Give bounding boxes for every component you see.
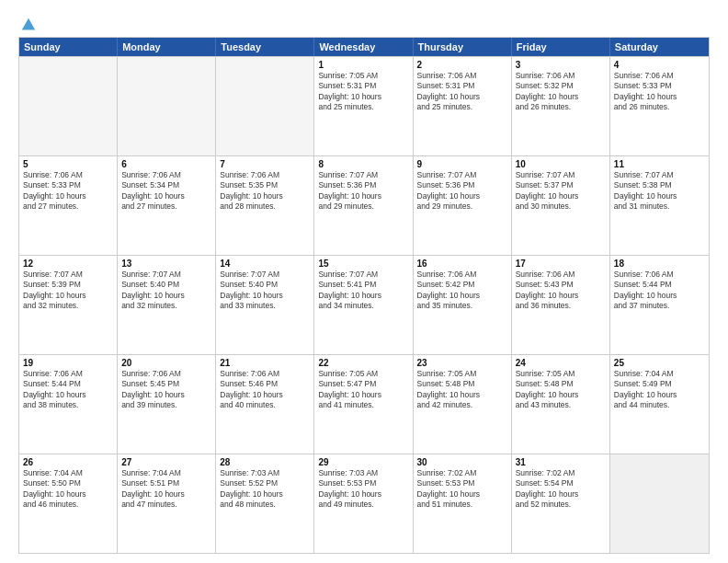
- day-cell-26: 26Sunrise: 7:04 AM Sunset: 5:50 PM Dayli…: [19, 454, 118, 553]
- day-cell-10: 10Sunrise: 7:07 AM Sunset: 5:37 PM Dayli…: [512, 156, 610, 255]
- day-number-28: 28: [220, 457, 310, 467]
- day-details-18: Sunrise: 7:06 AM Sunset: 5:44 PM Dayligh…: [614, 270, 705, 312]
- day-cell-15: 15Sunrise: 7:07 AM Sunset: 5:41 PM Dayli…: [314, 256, 413, 354]
- header: [18, 17, 710, 29]
- calendar-header: SundayMondayTuesdayWednesdayThursdayFrid…: [19, 38, 709, 56]
- day-cell-11: 11Sunrise: 7:07 AM Sunset: 5:38 PM Dayli…: [610, 156, 709, 255]
- day-number-24: 24: [516, 358, 606, 368]
- day-details-12: Sunrise: 7:07 AM Sunset: 5:39 PM Dayligh…: [23, 270, 113, 312]
- day-cell-30: 30Sunrise: 7:02 AM Sunset: 5:53 PM Dayli…: [414, 454, 512, 553]
- day-cell-4: 4Sunrise: 7:06 AM Sunset: 5:33 PM Daylig…: [610, 57, 709, 155]
- day-cell-7: 7Sunrise: 7:06 AM Sunset: 5:35 PM Daylig…: [216, 156, 314, 255]
- day-number-27: 27: [121, 457, 211, 467]
- day-number-31: 31: [516, 457, 606, 467]
- day-number-3: 3: [516, 60, 606, 70]
- day-cell-25: 25Sunrise: 7:04 AM Sunset: 5:49 PM Dayli…: [610, 355, 709, 454]
- day-number-1: 1: [318, 60, 408, 70]
- day-cell-empty: [610, 454, 709, 553]
- day-number-19: 19: [23, 358, 113, 368]
- calendar-row-3: 19Sunrise: 7:06 AM Sunset: 5:44 PM Dayli…: [19, 354, 709, 454]
- day-cell-19: 19Sunrise: 7:06 AM Sunset: 5:44 PM Dayli…: [19, 355, 118, 454]
- day-cell-23: 23Sunrise: 7:05 AM Sunset: 5:48 PM Dayli…: [414, 355, 512, 454]
- day-number-14: 14: [220, 259, 310, 269]
- day-details-30: Sunrise: 7:02 AM Sunset: 5:53 PM Dayligh…: [417, 468, 507, 511]
- day-details-21: Sunrise: 7:06 AM Sunset: 5:46 PM Dayligh…: [220, 369, 310, 411]
- day-number-25: 25: [614, 358, 705, 368]
- day-details-31: Sunrise: 7:02 AM Sunset: 5:54 PM Dayligh…: [516, 468, 606, 511]
- day-number-21: 21: [220, 358, 310, 368]
- day-details-29: Sunrise: 7:03 AM Sunset: 5:53 PM Dayligh…: [318, 468, 408, 511]
- day-number-20: 20: [121, 358, 211, 368]
- weekday-header-sunday: Sunday: [19, 38, 118, 56]
- day-cell-empty: [216, 57, 314, 155]
- day-number-29: 29: [318, 457, 408, 467]
- day-cell-18: 18Sunrise: 7:06 AM Sunset: 5:44 PM Dayli…: [610, 256, 709, 354]
- day-number-12: 12: [23, 259, 113, 269]
- day-cell-9: 9Sunrise: 7:07 AM Sunset: 5:36 PM Daylig…: [414, 156, 512, 255]
- day-number-11: 11: [614, 159, 705, 169]
- day-details-28: Sunrise: 7:03 AM Sunset: 5:52 PM Dayligh…: [220, 468, 310, 511]
- weekday-header-wednesday: Wednesday: [314, 38, 413, 56]
- day-cell-29: 29Sunrise: 7:03 AM Sunset: 5:53 PM Dayli…: [314, 454, 413, 553]
- weekday-header-tuesday: Tuesday: [216, 38, 314, 56]
- calendar-row-4: 26Sunrise: 7:04 AM Sunset: 5:50 PM Dayli…: [19, 454, 709, 553]
- day-details-20: Sunrise: 7:06 AM Sunset: 5:45 PM Dayligh…: [121, 369, 211, 411]
- day-number-6: 6: [121, 159, 211, 169]
- day-details-7: Sunrise: 7:06 AM Sunset: 5:35 PM Dayligh…: [220, 170, 310, 213]
- day-number-17: 17: [516, 259, 606, 269]
- day-details-24: Sunrise: 7:05 AM Sunset: 5:48 PM Dayligh…: [516, 369, 606, 411]
- calendar-body: 1Sunrise: 7:05 AM Sunset: 5:31 PM Daylig…: [19, 56, 709, 553]
- day-details-2: Sunrise: 7:06 AM Sunset: 5:31 PM Dayligh…: [417, 71, 507, 113]
- weekday-header-monday: Monday: [118, 38, 216, 56]
- calendar: SundayMondayTuesdayWednesdayThursdayFrid…: [18, 37, 710, 554]
- day-details-16: Sunrise: 7:06 AM Sunset: 5:42 PM Dayligh…: [417, 270, 507, 312]
- day-cell-28: 28Sunrise: 7:03 AM Sunset: 5:52 PM Dayli…: [216, 454, 314, 553]
- day-cell-21: 21Sunrise: 7:06 AM Sunset: 5:46 PM Dayli…: [216, 355, 314, 454]
- day-number-26: 26: [23, 457, 113, 467]
- day-details-26: Sunrise: 7:04 AM Sunset: 5:50 PM Dayligh…: [23, 468, 113, 511]
- day-cell-3: 3Sunrise: 7:06 AM Sunset: 5:32 PM Daylig…: [512, 57, 610, 155]
- day-details-9: Sunrise: 7:07 AM Sunset: 5:36 PM Dayligh…: [417, 170, 507, 213]
- day-cell-6: 6Sunrise: 7:06 AM Sunset: 5:34 PM Daylig…: [118, 156, 216, 255]
- day-details-6: Sunrise: 7:06 AM Sunset: 5:34 PM Dayligh…: [121, 170, 211, 213]
- day-details-25: Sunrise: 7:04 AM Sunset: 5:49 PM Dayligh…: [614, 369, 705, 411]
- day-cell-27: 27Sunrise: 7:04 AM Sunset: 5:51 PM Dayli…: [118, 454, 216, 553]
- page: SundayMondayTuesdayWednesdayThursdayFrid…: [0, 0, 728, 563]
- weekday-header-friday: Friday: [512, 38, 610, 56]
- calendar-row-1: 5Sunrise: 7:06 AM Sunset: 5:33 PM Daylig…: [19, 155, 709, 255]
- day-number-16: 16: [417, 259, 507, 269]
- day-number-10: 10: [516, 159, 606, 169]
- day-cell-5: 5Sunrise: 7:06 AM Sunset: 5:33 PM Daylig…: [19, 156, 118, 255]
- day-number-30: 30: [417, 457, 507, 467]
- day-number-13: 13: [121, 259, 211, 269]
- day-cell-2: 2Sunrise: 7:06 AM Sunset: 5:31 PM Daylig…: [414, 57, 512, 155]
- day-details-17: Sunrise: 7:06 AM Sunset: 5:43 PM Dayligh…: [516, 270, 606, 312]
- day-number-4: 4: [614, 60, 705, 70]
- day-number-18: 18: [614, 259, 705, 269]
- day-cell-31: 31Sunrise: 7:02 AM Sunset: 5:54 PM Dayli…: [512, 454, 610, 553]
- day-details-22: Sunrise: 7:05 AM Sunset: 5:47 PM Dayligh…: [318, 369, 408, 411]
- day-cell-empty: [118, 57, 216, 155]
- day-cell-20: 20Sunrise: 7:06 AM Sunset: 5:45 PM Dayli…: [118, 355, 216, 454]
- day-details-19: Sunrise: 7:06 AM Sunset: 5:44 PM Dayligh…: [23, 369, 113, 411]
- calendar-row-0: 1Sunrise: 7:05 AM Sunset: 5:31 PM Daylig…: [19, 56, 709, 155]
- weekday-header-saturday: Saturday: [610, 38, 709, 56]
- day-number-7: 7: [220, 159, 310, 169]
- day-details-1: Sunrise: 7:05 AM Sunset: 5:31 PM Dayligh…: [318, 71, 408, 113]
- day-cell-12: 12Sunrise: 7:07 AM Sunset: 5:39 PM Dayli…: [19, 256, 118, 354]
- day-number-5: 5: [23, 159, 113, 169]
- day-details-14: Sunrise: 7:07 AM Sunset: 5:40 PM Dayligh…: [220, 270, 310, 312]
- day-number-8: 8: [318, 159, 408, 169]
- day-number-22: 22: [318, 358, 408, 368]
- day-details-5: Sunrise: 7:06 AM Sunset: 5:33 PM Dayligh…: [23, 170, 113, 213]
- day-number-15: 15: [318, 259, 408, 269]
- day-cell-17: 17Sunrise: 7:06 AM Sunset: 5:43 PM Dayli…: [512, 256, 610, 354]
- day-cell-13: 13Sunrise: 7:07 AM Sunset: 5:40 PM Dayli…: [118, 256, 216, 354]
- day-details-8: Sunrise: 7:07 AM Sunset: 5:36 PM Dayligh…: [318, 170, 408, 213]
- day-number-23: 23: [417, 358, 507, 368]
- day-details-27: Sunrise: 7:04 AM Sunset: 5:51 PM Dayligh…: [121, 468, 211, 511]
- day-details-10: Sunrise: 7:07 AM Sunset: 5:37 PM Dayligh…: [516, 170, 606, 213]
- day-cell-22: 22Sunrise: 7:05 AM Sunset: 5:47 PM Dayli…: [314, 355, 413, 454]
- day-cell-16: 16Sunrise: 7:06 AM Sunset: 5:42 PM Dayli…: [414, 256, 512, 354]
- day-cell-24: 24Sunrise: 7:05 AM Sunset: 5:48 PM Dayli…: [512, 355, 610, 454]
